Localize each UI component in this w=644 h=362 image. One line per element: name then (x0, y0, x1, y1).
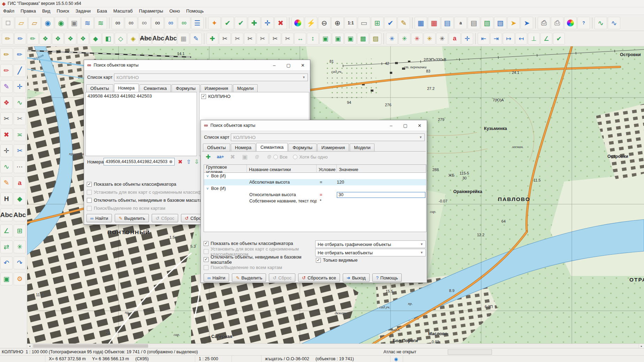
menu-item-4[interactable]: Задачи (72, 8, 94, 14)
map-horizontal-scrollbar[interactable]: ◂ ▸ (27, 344, 644, 348)
abc-tool-2-icon[interactable]: Abc (14, 208, 26, 221)
merge-cross-icon[interactable]: ✚ (206, 33, 218, 45)
open-geodb-icon[interactable]: ◉ (55, 17, 67, 29)
chevron-down-icon[interactable]: ˅ (206, 186, 209, 191)
arrows-tool-icon[interactable]: ⇄ (0, 240, 13, 253)
delete-tool-icon[interactable]: ✖ (0, 128, 13, 141)
menu-item-1[interactable]: Правка (17, 8, 39, 14)
map-list-combo[interactable]: КОЛПИНО▼ (231, 133, 425, 141)
move-node-icon[interactable]: ✳ (424, 33, 435, 45)
minimize-button[interactable]: – (267, 60, 281, 70)
value-input[interactable]: 30 (337, 192, 425, 198)
visible-only-checkbox[interactable]: ✓ Только видимые (316, 256, 357, 264)
find-semantic-2-icon[interactable]: @ (265, 152, 274, 161)
shape-tool-icon[interactable]: ❖ (0, 96, 13, 109)
print-setup-icon[interactable]: ⎙ (551, 17, 563, 29)
tab-4[interactable]: Измерения (200, 84, 232, 92)
table-relations-icon[interactable]: ▦ (428, 17, 440, 29)
labels-a-icon[interactable]: a (454, 17, 467, 29)
tab-4[interactable]: Измерения (317, 144, 349, 151)
text-strike-icon[interactable]: Abc (140, 33, 152, 45)
menu-item-2[interactable]: Вид (39, 8, 54, 14)
align-left-edge-icon[interactable]: ⇤ (478, 33, 490, 45)
zoom-frame-icon[interactable]: ▭ (358, 17, 370, 29)
edit-pencil-line-icon[interactable]: ✏ (14, 33, 26, 45)
navigate-icon[interactable]: ➤ (521, 17, 533, 29)
open-map-icon[interactable]: ▱ (15, 17, 28, 29)
numbers-input[interactable]: 439508,441553,441982,442503 ⊗ (104, 158, 175, 165)
measure-angle-icon[interactable]: ∠ (540, 33, 552, 45)
edit-pencil-icon[interactable]: ✏ (2, 33, 14, 45)
text-label-dot-icon[interactable]: Abc (165, 33, 177, 45)
cut-vertical-icon[interactable]: ✂ (244, 33, 256, 45)
select-confirm-alt-icon[interactable]: ✔ (235, 17, 247, 29)
find-button[interactable]: ∞Найти (86, 214, 112, 222)
scrollbar-track[interactable] (32, 344, 639, 348)
merge-tool-icon[interactable]: ≍ (14, 128, 26, 141)
smooth-line-icon[interactable]: ∿ (594, 17, 607, 29)
delete-node-icon[interactable]: ✳ (411, 33, 423, 45)
orange-pencil-tool-icon[interactable]: ✎ (0, 176, 13, 189)
line-tool-icon[interactable]: ╱ (14, 64, 26, 77)
cut-object-icon[interactable]: ✂ (219, 33, 231, 45)
diamond-points-icon[interactable]: ◇ (115, 33, 127, 45)
map-list-combo[interactable]: КОЛПИНО▼ (114, 74, 308, 81)
minimize-button[interactable]: – (384, 120, 398, 131)
context-help-icon[interactable]: ? (577, 17, 590, 29)
find-in-area-icon[interactable]: ∞ (165, 17, 177, 29)
clear-numbers-button[interactable]: ✖ (176, 158, 184, 165)
split-object-icon[interactable]: ◧ (102, 33, 114, 45)
reset-all-button[interactable]: ↺Сбросить все (298, 274, 340, 282)
clear-input-icon[interactable]: ⊗ (169, 159, 173, 164)
tab-5[interactable]: Модели (233, 84, 258, 92)
condition-row[interactable]: Относительная высота =30 (204, 192, 426, 198)
stretch-v-icon[interactable]: ↕ (307, 33, 319, 45)
angle-tool-icon[interactable]: ∠ (0, 224, 13, 237)
metaobjects-filter-combo[interactable]: Не отбирать метаобъекты▼ (315, 249, 426, 256)
create-group-1-icon[interactable]: ❖ (39, 33, 51, 45)
abc-tool-icon[interactable]: Abc (0, 208, 13, 221)
tab-3[interactable]: Формулы (172, 84, 200, 92)
chevron-down-icon[interactable]: ˅ (206, 174, 209, 178)
maximize-button[interactable]: ▢ (398, 120, 412, 131)
trim-line-icon[interactable]: ↤ (515, 33, 527, 45)
smooth-line-2-icon[interactable]: ∿ (608, 17, 620, 29)
move-tool-icon[interactable]: ✛ (14, 80, 26, 93)
add-object-icon[interactable]: ✚ (248, 17, 260, 29)
tab-1[interactable]: Номера (231, 144, 256, 151)
zoom-in-icon[interactable]: ⊕ (331, 17, 344, 29)
tab-2[interactable]: Семантика (139, 84, 171, 92)
close-button[interactable]: ✕ (296, 60, 310, 70)
condition-group-row[interactable]: ˅Все (И) (204, 173, 426, 179)
menu-item-6[interactable]: Масштаб (110, 8, 136, 14)
settings-gear-icon[interactable]: ⚙ (14, 272, 26, 285)
crosshair-tool-icon[interactable]: ✛ (0, 144, 13, 157)
create-group-2-icon[interactable]: ❖ (52, 33, 64, 45)
add-name-condition-icon[interactable]: aa+ (216, 152, 225, 161)
add-condition-icon[interactable]: ✚ (204, 152, 213, 161)
dialog-titlebar[interactable]: ∞ Поиск объектов карты – ▢ ✕ (201, 120, 427, 131)
load-numbers-button[interactable]: ⇧ (185, 158, 192, 165)
split-tool-icon[interactable]: ✂ (14, 112, 26, 125)
menu-item-8[interactable]: Окно (166, 8, 183, 14)
view-whole-icon[interactable]: ⊞ (371, 17, 384, 29)
new-map-icon[interactable]: □ (2, 17, 14, 29)
cut-join-icon[interactable]: ✂ (257, 33, 268, 45)
numbers-textarea[interactable]: 439508 441553 441982 442503 (85, 92, 197, 156)
find-semantic-1-icon[interactable]: @ (252, 152, 262, 161)
scissors-tool-icon[interactable]: ✂ (0, 112, 13, 125)
delete-condition-icon[interactable]: ✖ (228, 152, 237, 161)
grid-tool-icon[interactable]: ⊞ (14, 224, 26, 237)
edit-objects-icon[interactable]: ✎ (397, 17, 410, 29)
exit-button[interactable]: ➜Выход (343, 274, 370, 282)
diamond-select-icon[interactable]: ◈ (127, 33, 139, 45)
select-objects-icon[interactable]: ✦ (208, 17, 221, 29)
node-by-line-icon[interactable]: ✳ (436, 33, 448, 45)
reset-button[interactable]: ↺Сброс (269, 274, 295, 282)
condition-row[interactable]: Собственное название, текст подписи * (204, 198, 426, 204)
maximize-button[interactable]: ▢ (281, 60, 296, 70)
cut-part-icon[interactable]: ✂ (269, 33, 281, 45)
find-by-name-icon[interactable]: ∞ (125, 17, 137, 29)
node-letter-a-icon[interactable]: a (449, 33, 461, 45)
refresh-map-icon[interactable]: ⚡ (305, 17, 317, 29)
